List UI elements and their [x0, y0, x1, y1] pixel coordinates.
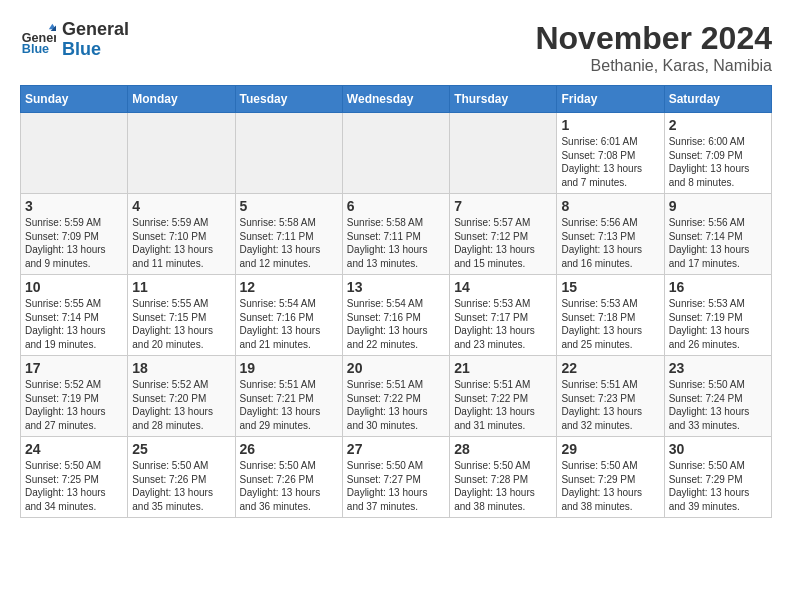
page-title: November 2024	[535, 20, 772, 57]
calendar-header-row: SundayMondayTuesdayWednesdayThursdayFrid…	[21, 86, 772, 113]
day-info: Sunrise: 5:56 AM Sunset: 7:14 PM Dayligh…	[669, 216, 767, 270]
day-number: 20	[347, 360, 445, 376]
day-number: 15	[561, 279, 659, 295]
day-info: Sunrise: 5:50 AM Sunset: 7:26 PM Dayligh…	[240, 459, 338, 513]
calendar-cell: 30Sunrise: 5:50 AM Sunset: 7:29 PM Dayli…	[664, 437, 771, 518]
calendar-cell: 19Sunrise: 5:51 AM Sunset: 7:21 PM Dayli…	[235, 356, 342, 437]
calendar-cell	[21, 113, 128, 194]
calendar-cell: 13Sunrise: 5:54 AM Sunset: 7:16 PM Dayli…	[342, 275, 449, 356]
day-info: Sunrise: 5:52 AM Sunset: 7:19 PM Dayligh…	[25, 378, 123, 432]
logo-line2: Blue	[62, 40, 129, 60]
day-number: 21	[454, 360, 552, 376]
day-number: 7	[454, 198, 552, 214]
day-info: Sunrise: 5:53 AM Sunset: 7:19 PM Dayligh…	[669, 297, 767, 351]
calendar-table: SundayMondayTuesdayWednesdayThursdayFrid…	[20, 85, 772, 518]
day-info: Sunrise: 5:55 AM Sunset: 7:14 PM Dayligh…	[25, 297, 123, 351]
svg-text:Blue: Blue	[22, 41, 49, 55]
weekday-header: Sunday	[21, 86, 128, 113]
day-number: 26	[240, 441, 338, 457]
day-number: 25	[132, 441, 230, 457]
day-info: Sunrise: 5:58 AM Sunset: 7:11 PM Dayligh…	[347, 216, 445, 270]
day-info: Sunrise: 5:50 AM Sunset: 7:24 PM Dayligh…	[669, 378, 767, 432]
calendar-cell: 8Sunrise: 5:56 AM Sunset: 7:13 PM Daylig…	[557, 194, 664, 275]
calendar-cell: 29Sunrise: 5:50 AM Sunset: 7:29 PM Dayli…	[557, 437, 664, 518]
day-info: Sunrise: 5:53 AM Sunset: 7:18 PM Dayligh…	[561, 297, 659, 351]
day-number: 12	[240, 279, 338, 295]
day-info: Sunrise: 5:56 AM Sunset: 7:13 PM Dayligh…	[561, 216, 659, 270]
page-header: General Blue General Blue November 2024 …	[20, 20, 772, 75]
weekday-header: Saturday	[664, 86, 771, 113]
calendar-cell: 9Sunrise: 5:56 AM Sunset: 7:14 PM Daylig…	[664, 194, 771, 275]
day-number: 18	[132, 360, 230, 376]
day-info: Sunrise: 6:01 AM Sunset: 7:08 PM Dayligh…	[561, 135, 659, 189]
day-number: 27	[347, 441, 445, 457]
day-number: 4	[132, 198, 230, 214]
day-number: 19	[240, 360, 338, 376]
day-number: 2	[669, 117, 767, 133]
calendar-cell: 22Sunrise: 5:51 AM Sunset: 7:23 PM Dayli…	[557, 356, 664, 437]
day-info: Sunrise: 5:53 AM Sunset: 7:17 PM Dayligh…	[454, 297, 552, 351]
logo-line1: General	[62, 20, 129, 40]
calendar-cell	[342, 113, 449, 194]
calendar-cell: 12Sunrise: 5:54 AM Sunset: 7:16 PM Dayli…	[235, 275, 342, 356]
day-info: Sunrise: 5:55 AM Sunset: 7:15 PM Dayligh…	[132, 297, 230, 351]
day-number: 22	[561, 360, 659, 376]
day-info: Sunrise: 5:50 AM Sunset: 7:27 PM Dayligh…	[347, 459, 445, 513]
day-info: Sunrise: 5:54 AM Sunset: 7:16 PM Dayligh…	[347, 297, 445, 351]
calendar-cell: 10Sunrise: 5:55 AM Sunset: 7:14 PM Dayli…	[21, 275, 128, 356]
day-number: 28	[454, 441, 552, 457]
calendar-week-row: 24Sunrise: 5:50 AM Sunset: 7:25 PM Dayli…	[21, 437, 772, 518]
day-info: Sunrise: 5:57 AM Sunset: 7:12 PM Dayligh…	[454, 216, 552, 270]
calendar-cell: 14Sunrise: 5:53 AM Sunset: 7:17 PM Dayli…	[450, 275, 557, 356]
calendar-cell: 18Sunrise: 5:52 AM Sunset: 7:20 PM Dayli…	[128, 356, 235, 437]
day-number: 14	[454, 279, 552, 295]
day-number: 9	[669, 198, 767, 214]
logo-text: General Blue	[62, 20, 129, 60]
day-info: Sunrise: 5:51 AM Sunset: 7:23 PM Dayligh…	[561, 378, 659, 432]
logo-icon: General Blue	[20, 22, 56, 58]
day-number: 8	[561, 198, 659, 214]
weekday-header: Tuesday	[235, 86, 342, 113]
calendar-cell: 2Sunrise: 6:00 AM Sunset: 7:09 PM Daylig…	[664, 113, 771, 194]
calendar-week-row: 17Sunrise: 5:52 AM Sunset: 7:19 PM Dayli…	[21, 356, 772, 437]
day-info: Sunrise: 5:58 AM Sunset: 7:11 PM Dayligh…	[240, 216, 338, 270]
day-number: 29	[561, 441, 659, 457]
calendar-week-row: 3Sunrise: 5:59 AM Sunset: 7:09 PM Daylig…	[21, 194, 772, 275]
day-number: 17	[25, 360, 123, 376]
weekday-header: Thursday	[450, 86, 557, 113]
day-number: 5	[240, 198, 338, 214]
day-number: 10	[25, 279, 123, 295]
calendar-cell: 3Sunrise: 5:59 AM Sunset: 7:09 PM Daylig…	[21, 194, 128, 275]
day-info: Sunrise: 5:51 AM Sunset: 7:22 PM Dayligh…	[454, 378, 552, 432]
day-number: 3	[25, 198, 123, 214]
title-block: November 2024 Bethanie, Karas, Namibia	[535, 20, 772, 75]
calendar-cell: 11Sunrise: 5:55 AM Sunset: 7:15 PM Dayli…	[128, 275, 235, 356]
day-number: 23	[669, 360, 767, 376]
calendar-cell	[235, 113, 342, 194]
logo: General Blue General Blue	[20, 20, 129, 60]
day-info: Sunrise: 5:50 AM Sunset: 7:25 PM Dayligh…	[25, 459, 123, 513]
day-info: Sunrise: 5:50 AM Sunset: 7:28 PM Dayligh…	[454, 459, 552, 513]
day-info: Sunrise: 5:59 AM Sunset: 7:09 PM Dayligh…	[25, 216, 123, 270]
weekday-header: Friday	[557, 86, 664, 113]
day-info: Sunrise: 6:00 AM Sunset: 7:09 PM Dayligh…	[669, 135, 767, 189]
day-number: 16	[669, 279, 767, 295]
page-subtitle: Bethanie, Karas, Namibia	[535, 57, 772, 75]
calendar-cell: 15Sunrise: 5:53 AM Sunset: 7:18 PM Dayli…	[557, 275, 664, 356]
day-info: Sunrise: 5:51 AM Sunset: 7:21 PM Dayligh…	[240, 378, 338, 432]
day-number: 24	[25, 441, 123, 457]
calendar-cell: 25Sunrise: 5:50 AM Sunset: 7:26 PM Dayli…	[128, 437, 235, 518]
day-number: 6	[347, 198, 445, 214]
calendar-cell: 1Sunrise: 6:01 AM Sunset: 7:08 PM Daylig…	[557, 113, 664, 194]
day-info: Sunrise: 5:52 AM Sunset: 7:20 PM Dayligh…	[132, 378, 230, 432]
calendar-week-row: 10Sunrise: 5:55 AM Sunset: 7:14 PM Dayli…	[21, 275, 772, 356]
calendar-cell: 23Sunrise: 5:50 AM Sunset: 7:24 PM Dayli…	[664, 356, 771, 437]
day-info: Sunrise: 5:54 AM Sunset: 7:16 PM Dayligh…	[240, 297, 338, 351]
calendar-week-row: 1Sunrise: 6:01 AM Sunset: 7:08 PM Daylig…	[21, 113, 772, 194]
calendar-cell	[128, 113, 235, 194]
calendar-cell: 27Sunrise: 5:50 AM Sunset: 7:27 PM Dayli…	[342, 437, 449, 518]
calendar-cell: 16Sunrise: 5:53 AM Sunset: 7:19 PM Dayli…	[664, 275, 771, 356]
calendar-cell: 7Sunrise: 5:57 AM Sunset: 7:12 PM Daylig…	[450, 194, 557, 275]
calendar-cell: 24Sunrise: 5:50 AM Sunset: 7:25 PM Dayli…	[21, 437, 128, 518]
weekday-header: Monday	[128, 86, 235, 113]
